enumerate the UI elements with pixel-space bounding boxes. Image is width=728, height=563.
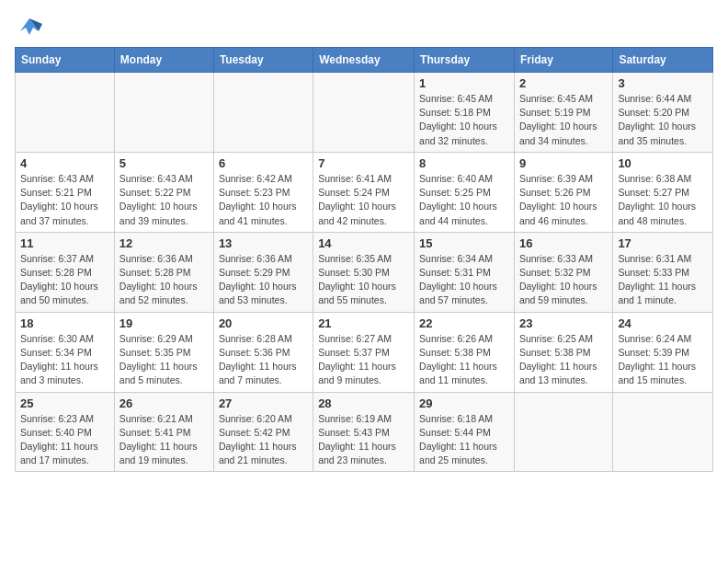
day-cell: 21Sunrise: 6:27 AM Sunset: 5:37 PM Dayli… xyxy=(313,312,415,392)
day-info: Sunrise: 6:43 AM Sunset: 5:21 PM Dayligh… xyxy=(20,172,109,228)
day-number: 25 xyxy=(20,396,109,410)
day-cell: 2Sunrise: 6:45 AM Sunset: 5:19 PM Daylig… xyxy=(514,73,612,153)
logo-bird-icon xyxy=(17,15,42,35)
day-number: 16 xyxy=(519,236,608,250)
header-cell-friday: Friday xyxy=(514,48,612,73)
day-info: Sunrise: 6:37 AM Sunset: 5:28 PM Dayligh… xyxy=(20,252,109,308)
day-cell xyxy=(514,392,612,472)
day-cell: 15Sunrise: 6:34 AM Sunset: 5:31 PM Dayli… xyxy=(415,232,515,312)
day-number: 2 xyxy=(519,76,608,90)
header-cell-sunday: Sunday xyxy=(16,48,115,73)
header-row: SundayMondayTuesdayWednesdayThursdayFrid… xyxy=(16,48,713,73)
page-header xyxy=(15,15,713,40)
day-info: Sunrise: 6:39 AM Sunset: 5:26 PM Dayligh… xyxy=(519,172,608,228)
day-cell: 9Sunrise: 6:39 AM Sunset: 5:26 PM Daylig… xyxy=(514,152,612,232)
week-row-1: 1Sunrise: 6:45 AM Sunset: 5:18 PM Daylig… xyxy=(16,73,713,153)
day-cell: 3Sunrise: 6:44 AM Sunset: 5:20 PM Daylig… xyxy=(613,73,713,153)
week-row-3: 11Sunrise: 6:37 AM Sunset: 5:28 PM Dayli… xyxy=(16,232,713,312)
day-cell: 26Sunrise: 6:21 AM Sunset: 5:41 PM Dayli… xyxy=(114,392,213,472)
logo-wordmark xyxy=(15,15,42,40)
day-number: 8 xyxy=(419,156,509,170)
day-info: Sunrise: 6:34 AM Sunset: 5:31 PM Dayligh… xyxy=(419,252,509,308)
day-number: 4 xyxy=(20,156,109,170)
day-info: Sunrise: 6:18 AM Sunset: 5:44 PM Dayligh… xyxy=(419,412,509,468)
calendar-table: SundayMondayTuesdayWednesdayThursdayFrid… xyxy=(15,47,713,472)
day-info: Sunrise: 6:44 AM Sunset: 5:20 PM Dayligh… xyxy=(618,92,708,148)
day-info: Sunrise: 6:31 AM Sunset: 5:33 PM Dayligh… xyxy=(618,252,708,308)
day-cell xyxy=(114,73,213,153)
day-cell: 7Sunrise: 6:41 AM Sunset: 5:24 PM Daylig… xyxy=(313,152,415,232)
day-cell: 10Sunrise: 6:38 AM Sunset: 5:27 PM Dayli… xyxy=(613,152,713,232)
week-row-2: 4Sunrise: 6:43 AM Sunset: 5:21 PM Daylig… xyxy=(16,152,713,232)
day-info: Sunrise: 6:23 AM Sunset: 5:40 PM Dayligh… xyxy=(20,412,109,468)
day-cell: 24Sunrise: 6:24 AM Sunset: 5:39 PM Dayli… xyxy=(613,312,713,392)
day-info: Sunrise: 6:41 AM Sunset: 5:24 PM Dayligh… xyxy=(318,172,409,228)
day-cell: 23Sunrise: 6:25 AM Sunset: 5:38 PM Dayli… xyxy=(514,312,612,392)
day-cell: 25Sunrise: 6:23 AM Sunset: 5:40 PM Dayli… xyxy=(16,392,115,472)
day-number: 13 xyxy=(219,236,308,250)
day-number: 21 xyxy=(318,316,409,330)
calendar-body: 1Sunrise: 6:45 AM Sunset: 5:18 PM Daylig… xyxy=(16,73,713,472)
day-cell: 6Sunrise: 6:42 AM Sunset: 5:23 PM Daylig… xyxy=(213,152,313,232)
day-info: Sunrise: 6:24 AM Sunset: 5:39 PM Dayligh… xyxy=(618,332,708,388)
day-cell: 4Sunrise: 6:43 AM Sunset: 5:21 PM Daylig… xyxy=(16,152,115,232)
day-cell: 11Sunrise: 6:37 AM Sunset: 5:28 PM Dayli… xyxy=(16,232,115,312)
day-number: 15 xyxy=(419,236,509,250)
day-cell: 14Sunrise: 6:35 AM Sunset: 5:30 PM Dayli… xyxy=(313,232,415,312)
day-info: Sunrise: 6:25 AM Sunset: 5:38 PM Dayligh… xyxy=(519,332,608,388)
day-cell: 13Sunrise: 6:36 AM Sunset: 5:29 PM Dayli… xyxy=(213,232,313,312)
day-info: Sunrise: 6:45 AM Sunset: 5:18 PM Dayligh… xyxy=(419,92,509,148)
day-cell: 16Sunrise: 6:33 AM Sunset: 5:32 PM Dayli… xyxy=(514,232,612,312)
day-number: 24 xyxy=(618,316,708,330)
day-number: 19 xyxy=(119,316,209,330)
day-number: 3 xyxy=(618,76,708,90)
day-number: 29 xyxy=(419,396,509,410)
day-info: Sunrise: 6:29 AM Sunset: 5:35 PM Dayligh… xyxy=(119,332,209,388)
day-cell: 8Sunrise: 6:40 AM Sunset: 5:25 PM Daylig… xyxy=(415,152,515,232)
day-cell: 18Sunrise: 6:30 AM Sunset: 5:34 PM Dayli… xyxy=(16,312,115,392)
day-cell xyxy=(213,73,313,153)
day-info: Sunrise: 6:26 AM Sunset: 5:38 PM Dayligh… xyxy=(419,332,509,388)
day-info: Sunrise: 6:45 AM Sunset: 5:19 PM Dayligh… xyxy=(519,92,608,148)
day-number: 7 xyxy=(318,156,409,170)
day-cell: 19Sunrise: 6:29 AM Sunset: 5:35 PM Dayli… xyxy=(114,312,213,392)
header-cell-tuesday: Tuesday xyxy=(213,48,313,73)
day-cell xyxy=(16,73,115,153)
day-cell: 28Sunrise: 6:19 AM Sunset: 5:43 PM Dayli… xyxy=(313,392,415,472)
day-info: Sunrise: 6:33 AM Sunset: 5:32 PM Dayligh… xyxy=(519,252,608,308)
day-info: Sunrise: 6:21 AM Sunset: 5:41 PM Dayligh… xyxy=(119,412,209,468)
day-number: 23 xyxy=(519,316,608,330)
day-info: Sunrise: 6:35 AM Sunset: 5:30 PM Dayligh… xyxy=(318,252,409,308)
day-cell xyxy=(313,73,415,153)
day-info: Sunrise: 6:30 AM Sunset: 5:34 PM Dayligh… xyxy=(20,332,109,388)
day-info: Sunrise: 6:28 AM Sunset: 5:36 PM Dayligh… xyxy=(219,332,308,388)
day-cell: 22Sunrise: 6:26 AM Sunset: 5:38 PM Dayli… xyxy=(415,312,515,392)
day-number: 1 xyxy=(419,76,509,90)
week-row-4: 18Sunrise: 6:30 AM Sunset: 5:34 PM Dayli… xyxy=(16,312,713,392)
day-number: 27 xyxy=(219,396,308,410)
day-number: 11 xyxy=(20,236,109,250)
header-cell-saturday: Saturday xyxy=(613,48,713,73)
day-number: 26 xyxy=(119,396,209,410)
day-number: 22 xyxy=(419,316,509,330)
day-number: 18 xyxy=(20,316,109,330)
header-cell-monday: Monday xyxy=(114,48,213,73)
day-info: Sunrise: 6:27 AM Sunset: 5:37 PM Dayligh… xyxy=(318,332,409,388)
day-info: Sunrise: 6:42 AM Sunset: 5:23 PM Dayligh… xyxy=(219,172,308,228)
day-number: 10 xyxy=(618,156,708,170)
day-info: Sunrise: 6:38 AM Sunset: 5:27 PM Dayligh… xyxy=(618,172,708,228)
day-cell: 1Sunrise: 6:45 AM Sunset: 5:18 PM Daylig… xyxy=(415,73,515,153)
day-number: 20 xyxy=(219,316,308,330)
day-number: 28 xyxy=(318,396,409,410)
day-info: Sunrise: 6:20 AM Sunset: 5:42 PM Dayligh… xyxy=(219,412,308,468)
day-number: 12 xyxy=(119,236,209,250)
day-info: Sunrise: 6:36 AM Sunset: 5:28 PM Dayligh… xyxy=(119,252,209,308)
day-cell: 5Sunrise: 6:43 AM Sunset: 5:22 PM Daylig… xyxy=(114,152,213,232)
day-number: 5 xyxy=(119,156,209,170)
week-row-5: 25Sunrise: 6:23 AM Sunset: 5:40 PM Dayli… xyxy=(16,392,713,472)
day-cell: 29Sunrise: 6:18 AM Sunset: 5:44 PM Dayli… xyxy=(415,392,515,472)
logo xyxy=(15,15,42,40)
day-info: Sunrise: 6:40 AM Sunset: 5:25 PM Dayligh… xyxy=(419,172,509,228)
day-cell: 17Sunrise: 6:31 AM Sunset: 5:33 PM Dayli… xyxy=(613,232,713,312)
header-cell-thursday: Thursday xyxy=(415,48,515,73)
